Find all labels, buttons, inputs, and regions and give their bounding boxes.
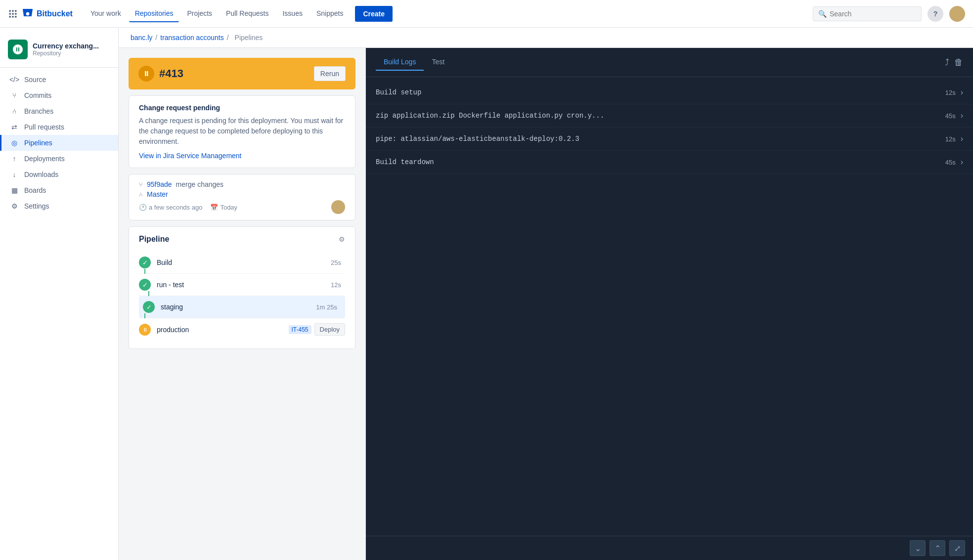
chevron-right-icon-0: ›: [961, 88, 963, 97]
pipeline-panel: ⏸ #413 Rerun Change request pending A ch…: [119, 48, 366, 560]
search-icon: 🔍: [818, 10, 827, 18]
change-request-card: Change request pending A change request …: [129, 95, 355, 168]
expand-button[interactable]: ⤢: [949, 540, 965, 556]
log-item-build-setup-right: 12s ›: [945, 88, 963, 97]
scroll-down-button[interactable]: ⌄: [910, 540, 926, 556]
commit-meta: 🕐 a few seconds ago 📅 Today: [139, 204, 237, 211]
bitbucket-logo[interactable]: Bitbucket: [22, 8, 73, 20]
scroll-up-button[interactable]: ⌃: [929, 540, 945, 556]
sidebar-label-source: Source: [24, 76, 46, 84]
commit-hash[interactable]: 95f9ade: [147, 180, 172, 188]
sidebar-item-boards[interactable]: ▦ Boards: [0, 182, 118, 198]
search-box[interactable]: 🔍: [813, 6, 922, 21]
svg-point-10: [952, 16, 962, 22]
step-production-badge[interactable]: IT-455: [289, 325, 311, 334]
commit-date-label: Today: [220, 204, 237, 211]
svg-rect-7: [12, 16, 13, 17]
tab-test[interactable]: Test: [424, 54, 452, 71]
commit-info-card: ⑂ 95f9ade merge changes ⑃ Master: [129, 174, 355, 220]
nav-repositories[interactable]: Repositories: [129, 5, 179, 22]
step-build-duration: 25s: [331, 259, 341, 266]
topnav-right: 🔍 ?: [813, 6, 965, 22]
nav-issues[interactable]: Issues: [276, 5, 308, 22]
layout: Currency exchang... Repository </> Sourc…: [0, 28, 973, 560]
pipeline-step-run-test: ✓ run - test 12s: [139, 274, 345, 296]
log-item-build-setup-duration: 12s: [945, 89, 956, 96]
repo-icon: [8, 40, 28, 59]
step-connector-1: [144, 269, 145, 274]
log-item-pipe-right: 12s ›: [945, 134, 963, 143]
sidebar-item-source[interactable]: </> Source: [0, 72, 118, 87]
breadcrumb-sep1: /: [155, 34, 157, 42]
sidebar-item-pipelines[interactable]: ◎ Pipelines: [0, 135, 118, 151]
nav-snippets[interactable]: Snippets: [310, 5, 349, 22]
sidebar-item-downloads[interactable]: ↓ Downloads: [0, 167, 118, 182]
nav-your-work[interactable]: Your work: [85, 5, 127, 22]
log-item-zip-duration: 45s: [945, 112, 956, 120]
step-connector-3: [144, 313, 145, 318]
svg-rect-1: [12, 10, 13, 11]
breadcrumb-transactions[interactable]: transaction accounts: [160, 34, 223, 42]
log-item-teardown[interactable]: Build teardown 45s ›: [366, 151, 973, 174]
sidebar-item-branches[interactable]: ⑃ Branches: [0, 103, 118, 119]
commit-message: merge changes: [176, 180, 224, 188]
breadcrumb-sep2: /: [227, 34, 229, 42]
rerun-button[interactable]: Rerun: [314, 66, 346, 81]
help-button[interactable]: ?: [928, 6, 943, 22]
build-log-items: Build setup 12s › zip application.zip Do…: [366, 77, 973, 310]
change-request-title: Change request pending: [139, 104, 345, 112]
source-icon: </>: [9, 76, 19, 84]
sidebar-label-pull-requests: Pull requests: [24, 123, 64, 131]
build-header-actions: ⤴ 🗑: [945, 57, 963, 68]
log-empty-space: [366, 310, 973, 536]
sidebar-item-commits[interactable]: ⑂ Commits: [0, 87, 118, 103]
tab-build-logs[interactable]: Build Logs: [376, 54, 424, 71]
build-share-icon[interactable]: ⤴: [945, 57, 949, 68]
calendar-icon: 📅: [210, 204, 218, 211]
log-item-teardown-duration: 45s: [945, 159, 956, 166]
grid-menu-icon[interactable]: [8, 9, 18, 19]
build-logs-header: Build Logs Test ⤴ 🗑: [366, 48, 973, 77]
svg-rect-0: [9, 10, 11, 11]
pipeline-settings-gear-icon[interactable]: ⚙: [339, 235, 345, 243]
downloads-icon: ↓: [9, 171, 19, 178]
log-item-teardown-name: Build teardown: [376, 158, 434, 166]
content-area: ⏸ #413 Rerun Change request pending A ch…: [119, 48, 973, 560]
sidebar-label-commits: Commits: [24, 91, 51, 99]
breadcrumb-repo[interactable]: banc.ly: [131, 34, 152, 42]
step-staging-duration: 1m 25s: [316, 303, 337, 311]
step-production-name: production: [157, 326, 289, 334]
step-run-test-duration: 12s: [331, 281, 341, 289]
log-item-build-setup[interactable]: Build setup 12s ›: [366, 81, 973, 104]
nav-pull-requests[interactable]: Pull Requests: [220, 5, 274, 22]
pipeline-step-build: ✓ Build 25s: [139, 252, 345, 274]
pipeline-number: #413: [159, 67, 183, 80]
sidebar-item-deployments[interactable]: ↑ Deployments: [0, 151, 118, 167]
change-request-desc: A change request is pending for this dep…: [139, 116, 345, 147]
build-delete-icon[interactable]: 🗑: [954, 57, 963, 68]
pipeline-number-row: ⏸ #413: [138, 66, 183, 82]
step-staging-icon: ✓: [143, 301, 155, 313]
commit-left: ⑂ 95f9ade merge changes: [139, 180, 223, 188]
pause-icon: ⏸: [138, 66, 154, 82]
pipeline-header: ⏸ #413 Rerun: [129, 58, 355, 89]
sidebar-label-pipelines: Pipelines: [24, 139, 52, 147]
nav-projects[interactable]: Projects: [181, 5, 218, 22]
svg-rect-4: [12, 13, 13, 14]
sidebar-item-pull-requests[interactable]: ⇄ Pull requests: [0, 119, 118, 135]
svg-rect-5: [15, 13, 16, 14]
search-input[interactable]: [830, 10, 916, 18]
branch-name[interactable]: Master: [147, 190, 168, 198]
log-item-zip[interactable]: zip application.zip Dockerfile applicati…: [366, 104, 973, 128]
branches-icon: ⑃: [9, 107, 19, 115]
svg-rect-6: [9, 16, 11, 17]
log-item-pipe[interactable]: pipe: atlassian/aws-elasticbeanstalk-dep…: [366, 128, 973, 151]
deploy-button[interactable]: Deploy: [314, 323, 345, 336]
commit-time-label: a few seconds ago: [149, 204, 202, 211]
log-item-zip-right: 45s ›: [945, 111, 963, 120]
jira-service-management-link[interactable]: View in Jira Service Management: [139, 152, 242, 160]
sidebar-item-settings[interactable]: ⚙ Settings: [0, 198, 118, 214]
sidebar: Currency exchang... Repository </> Sourc…: [0, 28, 119, 560]
user-avatar[interactable]: [949, 6, 965, 22]
create-button[interactable]: Create: [355, 6, 393, 22]
